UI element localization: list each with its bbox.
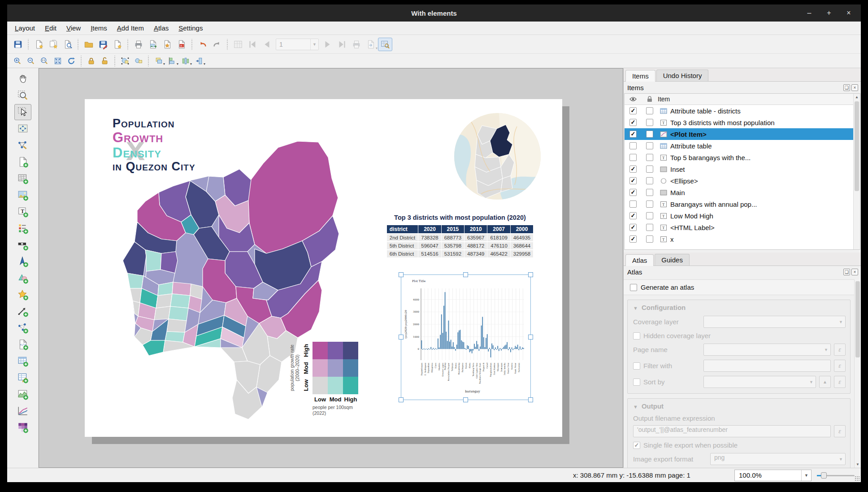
menu-atlas[interactable]: Atlas bbox=[149, 22, 174, 34]
menu-edit[interactable]: Edit bbox=[40, 22, 61, 34]
add-shape-tool[interactable] bbox=[14, 270, 31, 286]
menu-settings[interactable]: Settings bbox=[174, 22, 208, 34]
filter-with-input[interactable] bbox=[703, 360, 831, 372]
zoom-actual-button[interactable]: 1:1 bbox=[38, 55, 51, 67]
add-marker-tool[interactable] bbox=[14, 287, 31, 303]
sort-by-select[interactable]: ▼ bbox=[703, 376, 816, 388]
resize-grip[interactable] bbox=[855, 476, 860, 481]
add-north-arrow-tool[interactable] bbox=[14, 253, 31, 270]
lock-checkbox[interactable] bbox=[646, 235, 653, 243]
expression-icon[interactable]: ε bbox=[834, 344, 846, 356]
close-panel-icon[interactable]: × bbox=[851, 269, 858, 275]
print-atlas-button[interactable] bbox=[349, 38, 364, 51]
add-picture-tool[interactable] bbox=[14, 187, 31, 203]
atlas-page-combo[interactable]: 1▼ bbox=[276, 39, 319, 50]
item-row[interactable]: Tx bbox=[625, 233, 860, 245]
zoom-level-combo[interactable]: 100.0% ▼ bbox=[734, 470, 812, 481]
visibility-checkbox[interactable] bbox=[629, 119, 637, 126]
lock-checkbox[interactable] bbox=[646, 154, 653, 161]
visibility-checkbox[interactable] bbox=[629, 131, 637, 138]
zoom-full-button[interactable] bbox=[51, 55, 65, 67]
export-svg-button[interactable] bbox=[160, 38, 174, 51]
lock-checkbox[interactable] bbox=[646, 189, 653, 196]
filter-with-checkbox[interactable] bbox=[633, 362, 640, 370]
item-row[interactable]: Main bbox=[625, 187, 860, 198]
zoom-in-button[interactable] bbox=[11, 55, 24, 67]
close-panel-icon[interactable]: × bbox=[851, 84, 858, 91]
select-move-item-tool[interactable] bbox=[14, 104, 31, 120]
load-template-button[interactable] bbox=[82, 38, 96, 51]
output-filename-input[interactable]: 'output_'||@atlas_featurenumber bbox=[633, 425, 831, 437]
float-panel-icon[interactable]: ❏ bbox=[843, 269, 850, 275]
sort-by-checkbox[interactable] bbox=[633, 379, 640, 386]
maximize-button[interactable]: + bbox=[823, 8, 835, 18]
item-row[interactable]: Inset bbox=[625, 163, 860, 175]
lock-checkbox[interactable] bbox=[646, 119, 653, 126]
add-node-item-tool[interactable] bbox=[14, 320, 31, 336]
atlas-settings-button[interactable] bbox=[378, 38, 392, 51]
selection-handle[interactable] bbox=[463, 397, 468, 402]
expression-icon[interactable]: ε bbox=[834, 360, 846, 372]
single-file-export-checkbox[interactable] bbox=[633, 442, 640, 449]
align-items-button[interactable]: ▾ bbox=[165, 55, 179, 67]
chevron-down-icon[interactable]: ▼ bbox=[801, 470, 811, 481]
add-label-tool[interactable]: T bbox=[14, 204, 31, 220]
lock-checkbox[interactable] bbox=[646, 142, 653, 149]
item-row[interactable]: TTop 5 barangays with the... bbox=[625, 152, 860, 163]
expression-icon[interactable]: ε bbox=[834, 425, 846, 437]
add-legend-tool[interactable] bbox=[14, 220, 31, 236]
visibility-checkbox[interactable] bbox=[629, 165, 637, 173]
item-row[interactable]: <Ellipse> bbox=[625, 175, 860, 187]
lock-checkbox[interactable] bbox=[646, 177, 653, 184]
selection-handle[interactable] bbox=[399, 397, 404, 402]
float-panel-icon[interactable]: ❏ bbox=[843, 84, 850, 91]
tab-atlas[interactable]: Atlas bbox=[625, 254, 654, 266]
lock-items-button[interactable] bbox=[85, 55, 98, 67]
lock-checkbox[interactable] bbox=[646, 131, 653, 138]
add-arrow-tool[interactable] bbox=[14, 303, 31, 319]
items-scrollbar[interactable]: ▲ bbox=[853, 94, 860, 249]
inset-map-ellipse[interactable] bbox=[454, 113, 541, 200]
menu-view[interactable]: View bbox=[61, 22, 86, 34]
save-project-button[interactable] bbox=[11, 38, 25, 51]
lock-checkbox[interactable] bbox=[646, 165, 653, 173]
zoom-out-button[interactable] bbox=[24, 55, 38, 67]
visibility-checkbox[interactable] bbox=[629, 235, 637, 243]
lock-checkbox[interactable] bbox=[646, 200, 653, 208]
tab-guides[interactable]: Guides bbox=[655, 254, 690, 266]
zoom-slider[interactable] bbox=[817, 470, 855, 481]
selection-handle[interactable] bbox=[528, 397, 533, 402]
preview-atlas-button[interactable] bbox=[231, 38, 245, 51]
visibility-checkbox[interactable] bbox=[629, 212, 637, 219]
menu-items[interactable]: Items bbox=[86, 22, 112, 34]
duplicate-layout-button[interactable] bbox=[46, 38, 61, 51]
layout-manager-button[interactable] bbox=[61, 38, 75, 51]
add-scalebar-tool[interactable] bbox=[14, 237, 31, 253]
ungroup-items-button[interactable] bbox=[132, 55, 145, 67]
save-as-template-button[interactable] bbox=[96, 38, 110, 51]
previous-feature-button[interactable] bbox=[260, 38, 274, 51]
next-feature-button[interactable] bbox=[321, 38, 335, 51]
coverage-layer-select[interactable]: ▼ bbox=[703, 316, 846, 328]
export-image-button[interactable] bbox=[146, 38, 160, 51]
edit-nodes-item-tool[interactable] bbox=[14, 137, 31, 153]
item-row[interactable]: Attribute table - districts bbox=[625, 105, 860, 117]
visibility-checkbox[interactable] bbox=[629, 177, 637, 184]
raise-items-button[interactable]: ▾ bbox=[152, 55, 165, 67]
lock-checkbox[interactable] bbox=[646, 107, 653, 114]
distribute-items-button[interactable]: ▾ bbox=[179, 55, 192, 67]
undo-button[interactable] bbox=[195, 38, 210, 51]
add-map-tool[interactable] bbox=[14, 170, 31, 187]
minimize-button[interactable]: – bbox=[803, 8, 815, 18]
sort-order-icon[interactable]: ▲ bbox=[819, 376, 831, 388]
visibility-checkbox[interactable] bbox=[629, 200, 637, 208]
first-feature-button[interactable] bbox=[245, 38, 260, 51]
visibility-checkbox[interactable] bbox=[629, 189, 637, 196]
scroll-up-icon[interactable]: ▲ bbox=[854, 94, 860, 100]
plot-item-selected[interactable]: 01000200030004000BagumbayanE. RodriguezB… bbox=[401, 274, 531, 400]
visibility-checkbox[interactable] bbox=[629, 142, 637, 149]
item-row[interactable]: T<HTML Label> bbox=[625, 222, 860, 233]
visibility-checkbox[interactable] bbox=[629, 224, 637, 231]
print-layout-button[interactable] bbox=[131, 38, 146, 51]
last-feature-button[interactable] bbox=[335, 38, 349, 51]
